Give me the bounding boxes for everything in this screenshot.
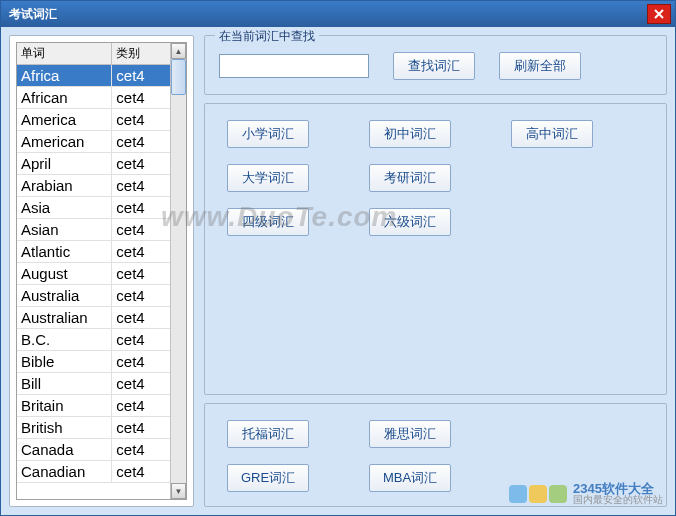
cell-category: cet4 [112, 175, 170, 197]
search-input[interactable] [219, 54, 369, 78]
cet4-vocab-button[interactable]: 四级词汇 [227, 208, 309, 236]
junior-vocab-button[interactable]: 初中词汇 [369, 120, 451, 148]
table-row[interactable]: Britishcet4 [17, 417, 170, 439]
cell-word: Africa [17, 65, 112, 87]
window-title: 考试词汇 [9, 6, 647, 23]
vertical-scrollbar[interactable]: ▲ ▼ [170, 43, 186, 499]
cell-word: Asia [17, 197, 112, 219]
cell-category: cet4 [112, 307, 170, 329]
cell-category: cet4 [112, 131, 170, 153]
right-panel: 在当前词汇中查找 查找词汇 刷新全部 小学词汇 初中词汇 高中词汇 大学词汇 考… [204, 35, 667, 507]
scroll-thumb[interactable] [171, 59, 186, 95]
cell-word: America [17, 109, 112, 131]
cell-category: cet4 [112, 351, 170, 373]
table-row[interactable]: Australiacet4 [17, 285, 170, 307]
cell-category: cet4 [112, 395, 170, 417]
college-vocab-button[interactable]: 大学词汇 [227, 164, 309, 192]
vocab-table-wrap: 单词 类别 Africacet4Africancet4Americacet4Am… [16, 42, 187, 500]
cell-category: cet4 [112, 417, 170, 439]
mba-vocab-button[interactable]: MBA词汇 [369, 464, 451, 492]
table-row[interactable]: Atlanticcet4 [17, 241, 170, 263]
cell-word: Bill [17, 373, 112, 395]
cell-word: Bible [17, 351, 112, 373]
cell-category: cet4 [112, 109, 170, 131]
table-row[interactable]: Americancet4 [17, 131, 170, 153]
cell-word: African [17, 87, 112, 109]
cell-category: cet4 [112, 65, 170, 87]
vocab-list-panel: 单词 类别 Africacet4Africancet4Americacet4Am… [9, 35, 194, 507]
cell-category: cet4 [112, 219, 170, 241]
table-row[interactable]: Aprilcet4 [17, 153, 170, 175]
cell-category: cet4 [112, 373, 170, 395]
category-group: 小学词汇 初中词汇 高中词汇 大学词汇 考研词汇 四级词汇 六级词汇 [204, 103, 667, 395]
cell-word: Australian [17, 307, 112, 329]
table-row[interactable]: Americacet4 [17, 109, 170, 131]
scroll-down-button[interactable]: ▼ [171, 483, 186, 499]
ielts-vocab-button[interactable]: 雅思词汇 [369, 420, 451, 448]
find-vocab-button[interactable]: 查找词汇 [393, 52, 475, 80]
cell-category: cet4 [112, 153, 170, 175]
cell-category: cet4 [112, 263, 170, 285]
titlebar: 考试词汇 [1, 1, 675, 27]
cell-word: Canada [17, 439, 112, 461]
cell-category: cet4 [112, 87, 170, 109]
toefl-vocab-button[interactable]: 托福词汇 [227, 420, 309, 448]
col-header-word[interactable]: 单词 [17, 43, 112, 65]
cell-word: Atlantic [17, 241, 112, 263]
table-row[interactable]: Asiacet4 [17, 197, 170, 219]
table-row[interactable]: Africancet4 [17, 87, 170, 109]
table-row[interactable]: Asiancet4 [17, 219, 170, 241]
col-header-category[interactable]: 类别 [112, 43, 170, 65]
cell-category: cet4 [112, 439, 170, 461]
primary-vocab-button[interactable]: 小学词汇 [227, 120, 309, 148]
cell-category: cet4 [112, 285, 170, 307]
cell-word: Australia [17, 285, 112, 307]
table-row[interactable]: Arabiancet4 [17, 175, 170, 197]
close-icon [654, 9, 664, 19]
cell-word: British [17, 417, 112, 439]
close-button[interactable] [647, 4, 671, 24]
window: 考试词汇 单词 类别 Africacet4Africancet4Americac… [0, 0, 676, 516]
gre-vocab-button[interactable]: GRE词汇 [227, 464, 309, 492]
cell-category: cet4 [112, 241, 170, 263]
refresh-all-button[interactable]: 刷新全部 [499, 52, 581, 80]
table-row[interactable]: Billcet4 [17, 373, 170, 395]
content-area: 单词 类别 Africacet4Africancet4Americacet4Am… [1, 27, 675, 515]
cell-word: Britain [17, 395, 112, 417]
cet6-vocab-button[interactable]: 六级词汇 [369, 208, 451, 236]
cell-word: Canadian [17, 461, 112, 483]
cell-word: Asian [17, 219, 112, 241]
table-row[interactable]: Canadiancet4 [17, 461, 170, 483]
cell-category: cet4 [112, 461, 170, 483]
cell-word: B.C. [17, 329, 112, 351]
table-row[interactable]: Australiancet4 [17, 307, 170, 329]
table-row[interactable]: Africacet4 [17, 65, 170, 87]
postgrad-vocab-button[interactable]: 考研词汇 [369, 164, 451, 192]
table-row[interactable]: B.C.cet4 [17, 329, 170, 351]
cell-category: cet4 [112, 197, 170, 219]
cell-word: American [17, 131, 112, 153]
scroll-up-button[interactable]: ▲ [171, 43, 186, 59]
cell-category: cet4 [112, 329, 170, 351]
cell-word: Arabian [17, 175, 112, 197]
search-group-label: 在当前词汇中查找 [215, 28, 319, 45]
senior-vocab-button[interactable]: 高中词汇 [511, 120, 593, 148]
cell-word: April [17, 153, 112, 175]
search-group: 在当前词汇中查找 查找词汇 刷新全部 [204, 35, 667, 95]
table-row[interactable]: Canadacet4 [17, 439, 170, 461]
cell-word: August [17, 263, 112, 285]
table-row[interactable]: Augustcet4 [17, 263, 170, 285]
exam-group: 托福词汇 雅思词汇 GRE词汇 MBA词汇 [204, 403, 667, 507]
table-row[interactable]: Britaincet4 [17, 395, 170, 417]
vocab-table[interactable]: 单词 类别 Africacet4Africancet4Americacet4Am… [17, 43, 170, 483]
table-row[interactable]: Biblecet4 [17, 351, 170, 373]
